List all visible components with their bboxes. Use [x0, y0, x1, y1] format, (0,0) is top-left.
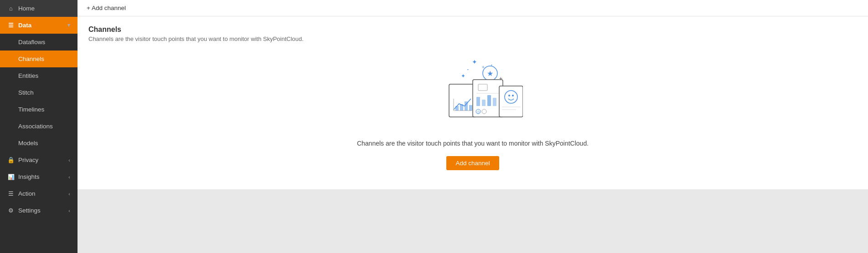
svg-rect-12 [465, 101, 468, 111]
svg-rect-20 [493, 98, 496, 106]
lock-icon: 🔒 [7, 157, 15, 163]
footer-gray [78, 189, 868, 253]
settings-icon: ⚙ [7, 207, 15, 214]
sidebar-item-home[interactable]: ⌂ Home [0, 0, 78, 17]
svg-rect-13 [469, 105, 472, 111]
sidebar-item-privacy-label: Privacy [18, 157, 38, 163]
svg-point-26 [508, 95, 510, 96]
sidebar-item-models-label: Models [7, 140, 38, 147]
sidebar-item-data-label: Data [18, 22, 31, 29]
sidebar-item-data[interactable]: ☰ Data ▾ [0, 17, 78, 34]
insights-chevron-icon: ‹ [68, 174, 70, 180]
sidebar-item-associations[interactable]: Associations [0, 118, 78, 135]
page-title: Channels [88, 25, 857, 34]
svg-rect-17 [476, 97, 480, 106]
data-icon: ☰ [7, 22, 15, 29]
svg-rect-18 [482, 100, 486, 106]
privacy-chevron-icon: ‹ [68, 157, 70, 163]
svg-text:•: • [467, 67, 469, 71]
main-content: + Add channel Channels Channels are the … [78, 0, 868, 253]
add-channel-top-button[interactable]: + Add channel [87, 5, 126, 11]
home-icon: ⌂ [7, 5, 15, 12]
sidebar-item-stitch-label: Stitch [7, 89, 34, 96]
add-channel-top-label: + Add channel [87, 5, 126, 11]
svg-rect-7 [449, 84, 475, 117]
svg-rect-10 [455, 106, 459, 111]
sidebar-item-action-label: Action [18, 190, 36, 197]
svg-point-22 [482, 109, 486, 114]
empty-state-text: Channels are the visitor touch points th… [357, 140, 589, 147]
svg-text:✦: ✦ [472, 58, 477, 66]
sidebar-item-insights-label: Insights [18, 173, 40, 180]
sidebar-item-entities[interactable]: Entities [0, 67, 78, 84]
sidebar-item-timelines[interactable]: Timelines [0, 101, 78, 118]
page-subtitle: Channels are the visitor touch points th… [88, 35, 857, 42]
sidebar-item-action[interactable]: ☰ Action ‹ [0, 185, 78, 202]
sidebar-item-models[interactable]: Models [0, 135, 78, 152]
action-chevron-icon: ‹ [68, 191, 70, 197]
sidebar-item-associations-label: Associations [7, 123, 53, 130]
sidebar-item-timelines-label: Timelines [7, 106, 44, 113]
sidebar-item-insights[interactable]: 📊 Insights ‹ [0, 168, 78, 185]
settings-chevron-icon: ‹ [68, 208, 70, 213]
sidebar-item-entities-label: Entities [7, 72, 38, 79]
data-chevron-icon: ▾ [67, 22, 70, 28]
sidebar-item-dataflows-label: Dataflows [7, 39, 45, 46]
add-channel-button[interactable]: Add channel [446, 156, 499, 170]
svg-rect-11 [460, 104, 463, 111]
sidebar-item-channels[interactable]: Channels [0, 51, 78, 67]
action-icon: ☰ [7, 190, 15, 197]
topbar: + Add channel [78, 0, 868, 16]
insights-icon: 📊 [7, 174, 15, 180]
svg-text:★: ★ [487, 70, 493, 77]
sidebar-item-channels-label: Channels [7, 56, 44, 62]
svg-text:✦: ✦ [461, 73, 465, 79]
svg-point-27 [512, 95, 514, 96]
svg-point-25 [505, 91, 517, 103]
sidebar-item-home-label: Home [18, 5, 35, 12]
sidebar: ⌂ Home ☰ Data ▾ Dataflows Channels Entit… [0, 0, 78, 253]
sidebar-item-privacy[interactable]: 🔒 Privacy ‹ [0, 152, 78, 168]
svg-rect-15 [478, 84, 487, 91]
svg-rect-19 [487, 95, 491, 106]
sidebar-item-dataflows[interactable]: Dataflows [0, 34, 78, 51]
svg-text:+: + [499, 76, 502, 82]
empty-illustration: ✦ + • ✦ • ★ [423, 56, 523, 129]
add-channel-button-label: Add channel [455, 160, 490, 167]
sidebar-item-settings-label: Settings [18, 207, 41, 214]
empty-state: ✦ + • ✦ • ★ [88, 42, 857, 189]
sidebar-item-settings[interactable]: ⚙ Settings ‹ [0, 202, 78, 219]
content-area: Channels Channels are the visitor touch … [78, 16, 868, 189]
sidebar-item-stitch[interactable]: Stitch [0, 84, 78, 101]
svg-text:◷: ◷ [477, 110, 480, 113]
